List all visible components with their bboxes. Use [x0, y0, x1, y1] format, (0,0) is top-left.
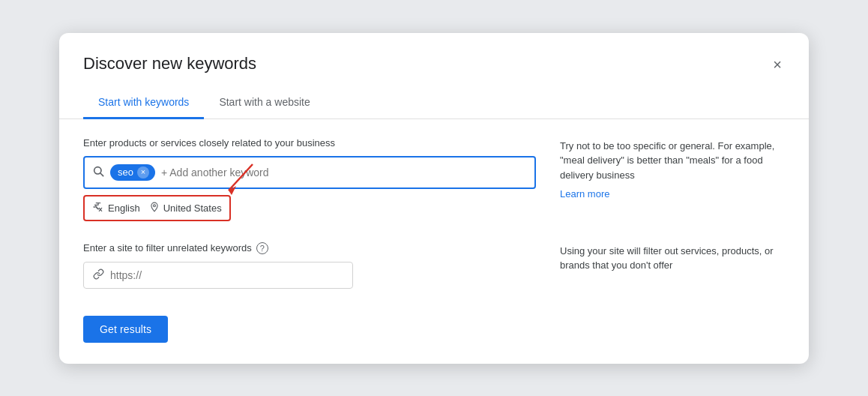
right-column: Try not to be too specific or general. F…	[560, 137, 785, 221]
svg-line-1	[100, 173, 103, 176]
site-input-area[interactable]	[83, 262, 353, 289]
learn-more-link[interactable]: Learn more	[560, 188, 609, 200]
site-input[interactable]	[110, 269, 343, 281]
keyword-hint-text: Try not to be too specific or general. F…	[560, 139, 785, 183]
country-item: United States	[149, 202, 222, 214]
chip-close-button[interactable]: ×	[137, 166, 149, 178]
tabs-container: Start with keywords Start with a website	[59, 87, 809, 119]
site-right: Using your site will filter out services…	[560, 242, 785, 273]
tab-website[interactable]: Start with a website	[204, 87, 325, 119]
keyword-input[interactable]	[161, 166, 527, 178]
locale-row[interactable]: English United States	[83, 195, 231, 221]
discover-keywords-modal: Discover new keywords × Start with keywo…	[59, 33, 809, 364]
site-filter-label: Enter a site to filter unrelated keyword…	[83, 242, 536, 254]
modal-body: Enter products or services closely relat…	[59, 119, 809, 310]
tab-keywords[interactable]: Start with keywords	[83, 87, 204, 119]
language-label: English	[108, 202, 140, 214]
site-hint-text: Using your site will filter out services…	[560, 242, 785, 273]
site-row: Enter a site to filter unrelated keyword…	[83, 242, 785, 289]
site-left: Enter a site to filter unrelated keyword…	[83, 242, 536, 289]
modal-footer: Get results	[59, 310, 809, 364]
search-icon	[92, 165, 104, 180]
close-button[interactable]: ×	[770, 54, 785, 75]
get-results-button[interactable]: Get results	[83, 316, 168, 343]
keyword-chip-seo: seo ×	[110, 164, 155, 181]
keywords-section-label: Enter products or services closely relat…	[83, 137, 536, 148]
modal-header: Discover new keywords ×	[59, 33, 809, 75]
left-column: Enter products or services closely relat…	[83, 137, 536, 221]
language-item: English	[92, 201, 140, 215]
country-label: United States	[163, 202, 222, 214]
location-icon	[149, 202, 160, 214]
keyword-input-area[interactable]: seo ×	[83, 156, 536, 189]
site-filter-section: Enter a site to filter unrelated keyword…	[83, 242, 785, 289]
main-row: Enter products or services closely relat…	[83, 137, 785, 221]
translate-icon	[92, 201, 104, 215]
help-icon[interactable]: ?	[256, 242, 268, 254]
modal-title: Discover new keywords	[83, 54, 256, 74]
link-icon	[93, 268, 104, 282]
chip-text: seo	[118, 166, 133, 178]
svg-point-4	[153, 204, 155, 206]
